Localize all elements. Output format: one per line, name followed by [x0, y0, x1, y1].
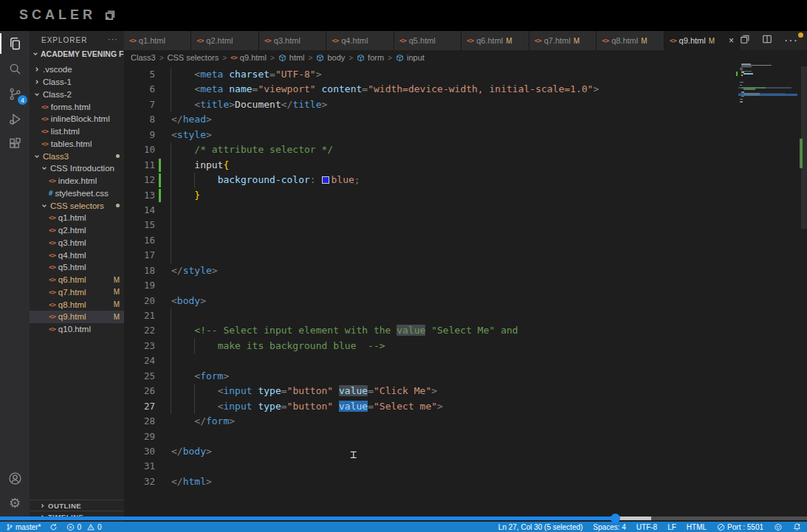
breadcrumb-form[interactable]: form	[357, 53, 384, 62]
split-editor-icon[interactable]	[762, 34, 772, 47]
video-progress-handle[interactable]	[611, 514, 620, 523]
tree-item-tables-html[interactable]: <>tables.html	[30, 138, 124, 151]
code-line-6[interactable]: 6 <meta name="viewport" content="width=d…	[124, 82, 807, 97]
tree-item-index-html[interactable]: <>index.html	[30, 175, 124, 187]
code-line-20[interactable]: 20<body>	[124, 294, 807, 308]
tab-q8-html[interactable]: <>q8.htmlM	[597, 31, 664, 50]
more-actions-icon[interactable]: ···	[784, 34, 798, 47]
breadcrumb-input[interactable]: input	[396, 53, 425, 62]
outline-section[interactable]: OUTLINE	[30, 500, 124, 511]
git-branch-status[interactable]: master*	[6, 523, 41, 531]
breadcrumb-class3[interactable]: Class3	[131, 53, 156, 62]
code-line-17[interactable]: 17	[124, 248, 807, 263]
tab-q6-html[interactable]: <>q6.htmlM	[461, 31, 529, 50]
code-line-32[interactable]: 32</html>	[124, 474, 807, 489]
indentation[interactable]: Spaces: 4	[593, 523, 625, 531]
workspace-root[interactable]: ACADEMY EVENING FIRS...	[30, 47, 124, 61]
cursor-position[interactable]: Ln 27, Col 30 (5 selected)	[498, 523, 583, 531]
code-line-15[interactable]: 15	[124, 218, 807, 232]
sync-button[interactable]	[49, 523, 58, 531]
tab-q3-html[interactable]: <>q3.html	[259, 31, 326, 50]
tree-item-forms-html[interactable]: <>forms.html	[30, 100, 124, 113]
tree-item-q3-html[interactable]: <>q3.html	[30, 237, 124, 249]
encoding[interactable]: UTF-8	[636, 523, 657, 531]
account-icon[interactable]	[0, 466, 30, 491]
tab-q7-html[interactable]: <>q7.htmlM	[529, 31, 597, 50]
code-line-21[interactable]: 21	[124, 308, 807, 323]
code-line-23[interactable]: 23 make its background blue -->	[124, 339, 807, 353]
code-line-28[interactable]: 28 </form>	[124, 414, 807, 429]
tree-item-q10-html[interactable]: <>q10.html	[30, 323, 124, 336]
code-editor[interactable]: 5 <meta charset="UTF-8">6 <meta name="vi…	[124, 65, 807, 522]
tree-item-q7-html[interactable]: <>q7.htmlM	[30, 286, 124, 299]
tab-q2-html[interactable]: <>q2.html	[191, 31, 258, 50]
minimap[interactable]	[738, 63, 803, 145]
code-line-14[interactable]: 14	[124, 203, 807, 218]
chevron-down-icon	[34, 152, 40, 161]
search-icon[interactable]	[0, 56, 30, 81]
breadcrumb-body[interactable]: body	[316, 53, 345, 62]
video-progress-bar[interactable]	[0, 517, 807, 520]
tree-item-inlineblock-html[interactable]: <>inlineBlock.html	[30, 113, 124, 125]
code-line-22[interactable]: 22 <!-- Select input element with the va…	[124, 323, 807, 338]
open-changes-icon[interactable]	[740, 34, 750, 47]
language-mode[interactable]: HTML	[687, 523, 707, 531]
tree-item-class-1[interactable]: Class-1	[30, 76, 124, 89]
minimap-line	[740, 69, 743, 71]
code-line-25[interactable]: 25 <form>	[124, 369, 807, 384]
tab-q9-html[interactable]: <>q9.htmlM×	[665, 31, 740, 50]
code-line-9[interactable]: 9<style>	[124, 128, 807, 142]
code-line-10[interactable]: 10 /* attribute selector */	[124, 142, 807, 157]
code-line-26[interactable]: 26 <input type="button" value="Click Me"…	[124, 384, 807, 398]
code-line-11[interactable]: 11 input{	[124, 158, 807, 173]
tree-item-class3[interactable]: Class3	[30, 150, 124, 162]
code-line-12[interactable]: 12 background-color: blue;	[124, 173, 807, 187]
code-line-18[interactable]: 18</style>	[124, 263, 807, 278]
code-line-19[interactable]: 19	[124, 278, 807, 293]
tree-item-q2-html[interactable]: <>q2.html	[30, 224, 124, 237]
code-line-31[interactable]: 31	[124, 459, 807, 474]
feedback-icon[interactable]	[774, 523, 783, 531]
code-line-30[interactable]: 30</body>	[124, 444, 807, 459]
code-line-8[interactable]: 8</head>	[124, 112, 807, 127]
live-server-port[interactable]: Port : 5501	[717, 523, 763, 531]
tab-q4-html[interactable]: <>q4.html	[326, 31, 394, 50]
code-line-7[interactable]: 7 <title>Document</title>	[124, 97, 807, 112]
tree-item-q5-html[interactable]: <>q5.html	[30, 261, 124, 274]
source-control-icon[interactable]: 4	[0, 81, 30, 106]
run-debug-icon[interactable]	[0, 106, 30, 131]
code-line-16[interactable]: 16	[124, 233, 807, 248]
tab-q5-html[interactable]: <>q5.html	[394, 31, 461, 50]
editor-scrollbar[interactable]	[801, 66, 807, 229]
tab-q1-html[interactable]: <>q1.html	[124, 31, 191, 50]
tree-item-class-2[interactable]: Class-2	[30, 89, 124, 101]
tree-item-q1-html[interactable]: <>q1.html	[30, 212, 124, 224]
tree-item-q6-html[interactable]: <>q6.htmlM	[30, 274, 124, 286]
code-line-29[interactable]: 29	[124, 429, 807, 444]
eol[interactable]: LF	[667, 523, 676, 531]
extensions-icon[interactable]	[0, 131, 30, 156]
tree-item-q8-html[interactable]: <>q8.htmlM	[30, 298, 124, 311]
breadcrumb-css-selectors[interactable]: CSS selectors	[167, 53, 219, 62]
bell-icon[interactable]	[793, 522, 801, 531]
css-color-swatch[interactable]	[322, 176, 329, 184]
explorer-more-icon[interactable]: ···	[108, 36, 118, 47]
tree-item-css-selectors[interactable]: CSS selectors	[30, 199, 124, 212]
tree-item-q9-html[interactable]: <>q9.htmlM	[30, 311, 124, 323]
breadcrumb-q9-html[interactable]: <>q9.html	[230, 53, 267, 62]
gear-icon[interactable]: ⚙	[0, 491, 30, 516]
tree-item-q4-html[interactable]: <>q4.html	[30, 249, 124, 261]
code-line-27[interactable]: 27 <input type="button" value="Select me…	[124, 399, 807, 414]
close-icon[interactable]: ×	[729, 35, 734, 46]
code-line-5[interactable]: 5 <meta charset="UTF-8">	[124, 67, 807, 82]
code-line-13[interactable]: 13 }	[124, 188, 807, 203]
explorer-icon[interactable]	[0, 31, 30, 56]
tree-item-list-html[interactable]: <>list.html	[30, 125, 124, 138]
tree-item-stylesheet-css[interactable]: #stylesheet.css	[30, 187, 124, 200]
indent-guide	[194, 384, 195, 414]
tree-item-css-introduction[interactable]: CSS Introduction	[30, 162, 124, 175]
tree-item--vscode[interactable]: .vscode	[30, 63, 124, 76]
code-line-24[interactable]: 24	[124, 353, 807, 368]
breadcrumb-html[interactable]: html	[278, 53, 305, 62]
problems-status[interactable]: 0 0	[66, 523, 101, 531]
